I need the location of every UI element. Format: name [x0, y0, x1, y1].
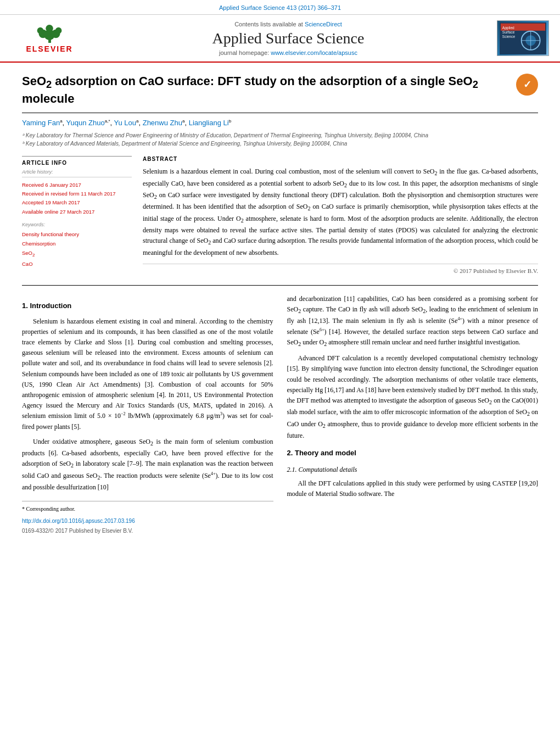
keywords-label: Keywords:: [22, 222, 132, 227]
header-center: Contents lists available at ScienceDirec…: [88, 21, 489, 56]
sciencedirect-link[interactable]: ScienceDirect: [305, 21, 342, 27]
author-fan[interactable]: Yaming Fan: [22, 119, 60, 127]
page-wrapper: Applied Surface Science 413 (2017) 366–3…: [0, 0, 560, 546]
article-area: SeO2 adsorption on CaO surface: DFT stud…: [0, 63, 560, 546]
svg-text:✓: ✓: [523, 79, 531, 90]
accepted-date: Accepted 19 March 2017: [22, 198, 132, 207]
body-col-left: 1. Introduction Selenium is hazardous el…: [22, 294, 273, 535]
keyword-4: CaO: [22, 259, 132, 269]
intro-para-3: and decarbonization [11] capabilities, C…: [287, 294, 539, 349]
svg-text:Applied: Applied: [502, 26, 514, 30]
article-info-column: ARTICLE INFO Article history: Received 6…: [22, 156, 132, 274]
keywords-list: Density functional theory Chemisorption …: [22, 230, 132, 269]
affiliation-a: ᵃ Key Laboratory for Thermal Science and…: [22, 131, 538, 140]
svg-point-6: [46, 25, 53, 32]
section-2-1-heading: 2.1. Computational details: [287, 465, 539, 475]
svg-point-4: [37, 27, 43, 34]
keyword-3: SeO2: [22, 248, 132, 259]
keyword-1: Density functional theory: [22, 230, 132, 239]
journal-title: Applied Surface Science: [88, 30, 489, 47]
article-history-label: Article history:: [22, 169, 132, 177]
author-zhuo[interactable]: Yuqun Zhuo: [66, 119, 105, 127]
footnote-area: * Corresponding author. http://dx.doi.or…: [22, 501, 273, 535]
article-info-dates: Received 6 January 2017 Received in revi…: [22, 181, 132, 216]
svg-point-5: [55, 27, 61, 34]
intro-para-2: Under oxidative atmosphere, gaseous SeO2…: [22, 437, 273, 493]
received-date: Received 6 January 2017: [22, 181, 132, 189]
svg-text:Surface: Surface: [502, 30, 515, 34]
section-2-heading: 2. Theory and model: [287, 448, 539, 459]
elsevier-label: ELSEVIER: [26, 44, 72, 53]
journal-header: ELSEVIER Contents lists available at Sci…: [0, 15, 560, 63]
abstract-text: Selenium is a hazardous element in coal.…: [143, 166, 538, 258]
copyright-line: © 2017 Published by Elsevier B.V.: [143, 264, 538, 274]
issn-text: 0169-4332/© 2017 Published by Elsevier B…: [22, 527, 273, 535]
article-info-abstract-row: ARTICLE INFO Article history: Received 6…: [22, 156, 538, 274]
body-section: 1. Introduction Selenium is hazardous el…: [22, 285, 538, 535]
intro-para-4: Advanced DFT calculation is a recently d…: [287, 353, 539, 441]
author-zhu[interactable]: Zhenwu Zhu: [143, 119, 182, 127]
intro-para-1: Selenium is hazardous element existing i…: [22, 316, 273, 432]
article-title-section: SeO2 adsorption on CaO surface: DFT stud…: [22, 74, 538, 113]
elsevier-logo: ELSEVIER: [16, 23, 82, 53]
svg-text:Science: Science: [502, 35, 516, 38]
abstract-heading: ABSTRACT: [143, 156, 538, 162]
article-info-box: ARTICLE INFO Article history: Received 6…: [22, 156, 132, 269]
available-online-date: Available online 27 March 2017: [22, 208, 132, 216]
section-1-heading: 1. Introduction: [22, 300, 273, 312]
article-title: SeO2 adsorption on CaO surface: DFT stud…: [22, 74, 505, 107]
affiliations: ᵃ Key Laboratory for Thermal Science and…: [22, 131, 538, 148]
authors-line: Yaming Fana, Yuqun Zhuoa,*, Yu Loua, Zhe…: [22, 119, 538, 127]
author-li[interactable]: Liangliang Li: [189, 119, 229, 127]
top-banner: Applied Surface Science 413 (2017) 366–3…: [0, 0, 560, 15]
article-info-heading: ARTICLE INFO: [22, 160, 132, 166]
obtained-word: obtained: [197, 226, 219, 234]
body-col-right: and decarbonization [11] capabilities, C…: [287, 294, 539, 535]
footnote-text: * Corresponding author.: [22, 505, 273, 514]
theory-para-1: All the DFT calculations applied in this…: [287, 478, 539, 499]
keyword-2: Chemisorption: [22, 239, 132, 248]
keywords-section: Keywords: Density functional theory Chem…: [22, 222, 132, 269]
author-lou[interactable]: Yu Lou: [114, 119, 137, 127]
homepage-link[interactable]: www.elsevier.com/locate/apsusc: [271, 49, 357, 56]
header-right: Applied Surface Science: [489, 20, 549, 56]
received-revised-date: Received in revised form 11 March 2017: [22, 189, 132, 198]
journal-cover-image: Applied Surface Science: [497, 20, 549, 56]
journal-ref: Applied Surface Science 413 (2017) 366–3…: [219, 4, 341, 11]
homepage-line: journal homepage: www.elsevier.com/locat…: [88, 49, 489, 56]
affiliation-b: ᵇ Key Laboratory of Advanced Materials, …: [22, 140, 538, 148]
doi-link[interactable]: http://dx.doi.org/10.1016/j.apsusc.2017.…: [22, 517, 273, 526]
header-left: ELSEVIER: [11, 23, 88, 53]
crossmark-badge[interactable]: ✓: [516, 74, 538, 96]
abstract-column: ABSTRACT Selenium is a hazardous element…: [143, 156, 538, 274]
contents-line: Contents lists available at ScienceDirec…: [88, 21, 489, 27]
elsevier-tree-icon: [35, 23, 65, 43]
body-two-col: 1. Introduction Selenium is hazardous el…: [22, 294, 538, 535]
